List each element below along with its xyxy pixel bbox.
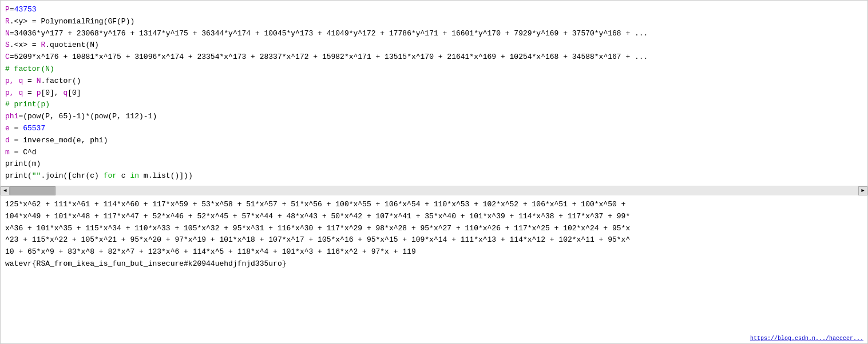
val-P: 43753 bbox=[14, 5, 37, 14]
code-line-6: # factor(N) bbox=[5, 63, 863, 75]
code-line-2: R.<y> = PolynomialRing(GF(P)) bbox=[5, 16, 863, 28]
code-line-11: e = 65537 bbox=[5, 123, 863, 135]
output-line-1: 125*x^62 + 111*x^61 + 114*x^60 + 117*x^5… bbox=[5, 199, 863, 211]
horizontal-scrollbar[interactable]: ◄ ► bbox=[1, 186, 867, 195]
output-line-6: watevr{RSA_from_ikea_is_fun_but_insecure… bbox=[5, 258, 863, 270]
code-line-12: d = inverse_mod(e, phi) bbox=[5, 135, 863, 147]
scroll-right-button[interactable]: ► bbox=[858, 186, 867, 195]
code-line-5: C=5209*x^176 + 10881*x^175 + 31096*x^174… bbox=[5, 51, 863, 63]
output-line-3: x^36 + 101*x^35 + 115*x^34 + 110*x^33 + … bbox=[5, 223, 863, 235]
scroll-left-button[interactable]: ◄ bbox=[1, 186, 10, 195]
code-line-4: S.<x> = R.quotient(N) bbox=[5, 39, 863, 51]
output-line-2: 104*x^49 + 101*x^48 + 117*x^47 + 52*x^46… bbox=[5, 211, 863, 223]
code-line-9: # print(p) bbox=[5, 99, 863, 111]
code-line-15: print("".join([chr(c) for c in m.list()]… bbox=[5, 170, 863, 182]
var-P: P bbox=[5, 5, 10, 14]
comment-factor: # factor(N) bbox=[5, 65, 54, 73]
code-line-14: print(m) bbox=[5, 158, 863, 170]
code-editor: P=43753 R.<y> = PolynomialRing(GF(P)) N=… bbox=[1, 1, 867, 186]
code-line-13: m = C^d bbox=[5, 147, 863, 159]
code-line-7: p, q = N.factor() bbox=[5, 75, 863, 87]
scroll-thumb[interactable] bbox=[10, 186, 56, 195]
output-area: 125*x^62 + 111*x^61 + 114*x^60 + 117*x^5… bbox=[1, 195, 867, 343]
code-line-3: N=34036*y^177 + 23068*y^176 + 13147*y^17… bbox=[5, 28, 863, 40]
output-line-5: 10 + 65*x^9 + 83*x^8 + 82*x^7 + 123*x^6 … bbox=[5, 246, 863, 258]
watermark: https://blog.csdn.n.../hacccer... bbox=[750, 335, 863, 342]
output-line-4: ^23 + 115*x^22 + 105*x^21 + 95*x^20 + 97… bbox=[5, 234, 863, 246]
code-line-8: p, q = p[0], q[0] bbox=[5, 87, 863, 99]
scroll-track[interactable] bbox=[10, 186, 858, 195]
code-line-1: P=43753 bbox=[5, 4, 863, 16]
main-window: P=43753 R.<y> = PolynomialRing(GF(P)) N=… bbox=[0, 0, 868, 344]
code-line-10: phi=(pow(P, 65)-1)*(pow(P, 112)-1) bbox=[5, 111, 863, 123]
